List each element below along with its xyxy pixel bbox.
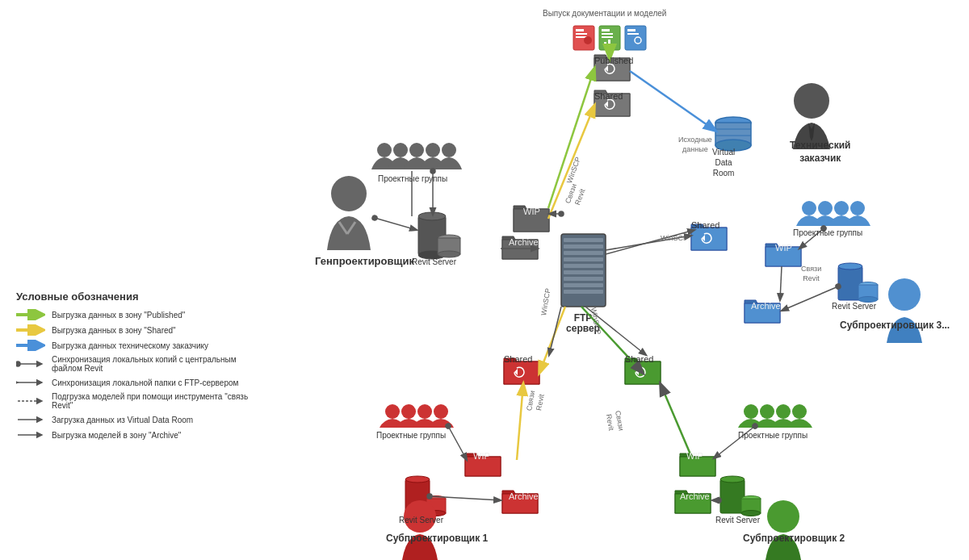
svg-marker-67 bbox=[702, 235, 705, 241]
sub2-wip-label: WIP bbox=[686, 450, 703, 462]
svg-point-76 bbox=[385, 404, 400, 419]
svg-rect-26 bbox=[418, 216, 446, 255]
sub3-revit-server-label: Revit Server bbox=[832, 301, 876, 311]
svg-line-123 bbox=[375, 218, 417, 230]
svg-point-59 bbox=[802, 201, 816, 215]
svg-rect-87 bbox=[405, 479, 430, 513]
svg-point-57 bbox=[794, 83, 829, 119]
svg-rect-139 bbox=[16, 344, 39, 347]
svg-line-121 bbox=[517, 384, 523, 460]
legend-item-sync-central: Синхронизация локальных копий с централь… bbox=[16, 355, 266, 373]
tech-customer-label: Техническийзаказчик bbox=[790, 140, 850, 165]
legend-item-published: Выгрузка данных в зону "Published" bbox=[16, 309, 266, 320]
svg-point-95 bbox=[776, 404, 791, 419]
svg-line-119 bbox=[448, 426, 467, 460]
svg-point-105 bbox=[720, 476, 745, 483]
svg-rect-90 bbox=[426, 499, 446, 513]
svg-point-77 bbox=[401, 404, 416, 419]
sub3-shared-label: Shared bbox=[691, 219, 719, 231]
sub2-revit-server-label: Revit Server bbox=[715, 515, 760, 525]
wip-gen-label: WIP bbox=[523, 206, 540, 217]
svg-point-93 bbox=[744, 404, 758, 419]
legend-item-load-revit: Подгрузка моделей при помощи инструмента… bbox=[16, 392, 266, 410]
svg-rect-30 bbox=[438, 238, 460, 254]
svg-rect-46 bbox=[604, 42, 606, 46]
svg-point-32 bbox=[377, 143, 392, 157]
sub1-main-label: Субпроектировщик 1 bbox=[386, 533, 488, 545]
svg-point-23 bbox=[331, 176, 367, 211]
diagram-container: FTP сервер bbox=[0, 0, 969, 560]
svyazi-revit-gen-label: СвязиRevit bbox=[564, 182, 589, 208]
svg-line-126 bbox=[780, 266, 782, 300]
svg-rect-44 bbox=[602, 33, 613, 35]
svg-line-24 bbox=[339, 222, 347, 234]
winscp-bottom-right-label: WinSCP bbox=[588, 307, 602, 336]
svg-point-78 bbox=[417, 404, 432, 419]
svg-rect-73 bbox=[858, 285, 878, 299]
svg-line-25 bbox=[347, 222, 355, 234]
winscp-right-label: WinSCP bbox=[661, 234, 688, 244]
svg-point-51 bbox=[635, 37, 641, 44]
svg-point-106 bbox=[741, 496, 761, 502]
svg-rect-39 bbox=[576, 33, 587, 35]
svg-line-130 bbox=[430, 496, 501, 500]
svg-rect-43 bbox=[602, 29, 610, 31]
svg-line-117 bbox=[539, 307, 565, 373]
svg-point-94 bbox=[760, 404, 774, 419]
svg-line-129 bbox=[782, 286, 838, 311]
svg-rect-5 bbox=[564, 257, 603, 261]
svg-rect-48 bbox=[625, 26, 646, 50]
gen-project-groups-label: Проектные группы bbox=[378, 173, 447, 184]
sub1-svyazi-revit-label: СвязиRevit bbox=[525, 390, 547, 413]
svg-rect-47 bbox=[608, 40, 610, 46]
sub3-wip-label: WIP bbox=[775, 242, 792, 253]
legend: Условные обозначения Выгрузка данных в з… bbox=[16, 290, 266, 445]
svg-line-113 bbox=[630, 71, 715, 131]
sub1-shared-label: Shared bbox=[504, 353, 532, 365]
svg-marker-101 bbox=[636, 369, 639, 375]
svg-point-34 bbox=[409, 143, 424, 157]
svg-point-71 bbox=[838, 263, 862, 270]
svg-rect-53 bbox=[715, 123, 751, 145]
svg-marker-84 bbox=[514, 369, 518, 375]
svg-rect-9 bbox=[564, 283, 603, 287]
svg-rect-135 bbox=[16, 313, 39, 316]
svg-point-89 bbox=[426, 496, 446, 502]
legend-title: Условные обозначения bbox=[16, 290, 266, 303]
sub3-svyazi-revit-label: СвязиRevit bbox=[801, 265, 821, 283]
legend-item-vdr: Загрузка данных из Virtual Data Room bbox=[16, 414, 266, 425]
svg-rect-10 bbox=[564, 290, 603, 294]
sub1-archive-label: Archive bbox=[509, 491, 539, 502]
svg-rect-107 bbox=[741, 499, 761, 513]
isxodnye-dannye-label: Исходныеданные bbox=[678, 136, 712, 154]
svg-point-72 bbox=[858, 282, 878, 288]
sub1-revit-server-label: Revit Server bbox=[399, 515, 443, 525]
shared-top-label: Shared bbox=[594, 90, 623, 102]
svg-point-61 bbox=[834, 201, 849, 215]
svg-rect-45 bbox=[602, 36, 613, 38]
svg-point-36 bbox=[442, 143, 456, 157]
svg-rect-1 bbox=[561, 234, 606, 307]
sub2-project-groups-label: Проектные группы bbox=[738, 430, 808, 441]
sub2-main-label: Субпроектировщик 2 bbox=[743, 533, 845, 545]
svg-rect-50 bbox=[627, 33, 639, 35]
svg-point-96 bbox=[792, 404, 807, 419]
svg-point-35 bbox=[426, 143, 440, 157]
virtual-data-room-label: VirtualDataRoom bbox=[712, 147, 735, 178]
legend-item-sync-ftp: Синхронизация локальной папки с FTP-серв… bbox=[16, 377, 266, 388]
svg-point-109 bbox=[767, 500, 799, 533]
svg-point-62 bbox=[850, 201, 865, 215]
svg-rect-7 bbox=[564, 270, 603, 274]
sub1-project-groups-label: Проектные группы bbox=[376, 430, 446, 441]
gen-designer-label: Генпроектировщик bbox=[315, 255, 414, 269]
svg-rect-42 bbox=[599, 26, 620, 50]
sub1-wip-label: WIP bbox=[473, 450, 490, 462]
svg-rect-104 bbox=[720, 479, 745, 513]
svg-rect-3 bbox=[564, 244, 603, 249]
svg-marker-58 bbox=[808, 123, 815, 141]
gen-revit-server-label: Revit Server bbox=[412, 257, 456, 267]
svg-point-88 bbox=[405, 476, 430, 483]
svg-point-75 bbox=[888, 278, 921, 311]
svg-point-79 bbox=[434, 404, 448, 419]
sub3-archive-label: Archive bbox=[751, 300, 781, 311]
